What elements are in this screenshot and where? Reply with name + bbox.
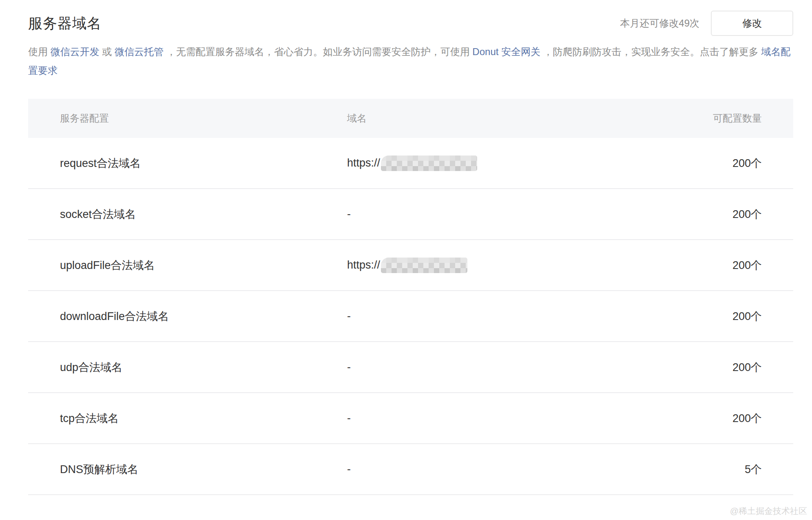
row-domain-text: -	[347, 463, 351, 476]
table-row: socket合法域名 - 200个	[28, 189, 793, 240]
description-link[interactable]: 微信云开发	[51, 46, 100, 57]
header-server-config: 服务器配置	[28, 112, 347, 125]
row-domain: -	[347, 310, 638, 322]
redacted-blur	[381, 156, 477, 171]
description-link[interactable]: 微信云托管	[115, 46, 164, 57]
row-count: 200个	[638, 156, 793, 171]
server-domain-page: 服务器域名 本月还可修改49次 修改 使用 微信云开发 或 微信云托管 ，无需配…	[0, 0, 812, 520]
description-text: ，防爬防刷防攻击，实现业务安全。点击了解更多	[540, 46, 761, 57]
row-domain-text: -	[347, 361, 351, 373]
row-domain: https://	[347, 156, 638, 171]
row-config: request合法域名	[28, 156, 347, 171]
row-domain-text: https://	[347, 157, 380, 169]
row-count: 200个	[638, 207, 793, 222]
row-config: tcp合法域名	[28, 411, 347, 426]
row-count: 200个	[638, 411, 793, 426]
row-domain: https://	[347, 258, 638, 273]
modify-button[interactable]: 修改	[711, 11, 793, 36]
table-header: 服务器配置 域名 可配置数量	[28, 99, 793, 138]
row-domain: -	[347, 412, 638, 424]
row-domain: -	[347, 361, 638, 373]
description-text: 使用	[28, 46, 51, 57]
row-count: 200个	[638, 258, 793, 273]
row-config: uploadFile合法域名	[28, 258, 347, 273]
table-row: downloadFile合法域名 - 200个	[28, 291, 793, 342]
row-config: downloadFile合法域名	[28, 309, 347, 324]
table-row: DNS预解析域名 - 5个	[28, 444, 793, 495]
row-domain-text: https://	[347, 259, 380, 271]
top-right-group: 本月还可修改49次 修改	[620, 11, 793, 36]
watermark: @稀土掘金技术社区	[730, 505, 807, 517]
row-domain: -	[347, 463, 638, 476]
table-row: tcp合法域名 - 200个	[28, 393, 793, 444]
header-quota: 可配置数量	[638, 112, 793, 125]
page-title: 服务器域名	[28, 14, 102, 33]
row-count: 200个	[638, 360, 793, 375]
row-count: 200个	[638, 309, 793, 324]
top-bar: 服务器域名 本月还可修改49次 修改	[28, 11, 793, 36]
row-count: 5个	[638, 462, 793, 477]
table-body: request合法域名 https:// 200个 socket合法域名 - 2…	[28, 138, 793, 495]
description-text: 或	[100, 46, 115, 57]
description-text: ，无需配置服务器域名，省心省力。如业务访问需要安全防护，可使用	[164, 46, 472, 57]
row-domain-text: -	[347, 208, 351, 220]
row-domain-text: -	[347, 412, 351, 424]
description-link[interactable]: Donut 安全网关	[472, 46, 540, 57]
row-config: DNS预解析域名	[28, 462, 347, 477]
table-row: uploadFile合法域名 https:// 200个	[28, 240, 793, 291]
description: 使用 微信云开发 或 微信云托管 ，无需配置服务器域名，省心省力。如业务访问需要…	[28, 42, 795, 80]
table-row: request合法域名 https:// 200个	[28, 138, 793, 189]
row-config: socket合法域名	[28, 207, 347, 222]
quota-remaining-text: 本月还可修改49次	[620, 17, 699, 30]
row-domain: -	[347, 208, 638, 220]
row-config: udp合法域名	[28, 360, 347, 375]
row-domain-text: -	[347, 310, 351, 322]
table-row: udp合法域名 - 200个	[28, 342, 793, 393]
redacted-blur	[381, 258, 467, 273]
header-domain: 域名	[347, 112, 638, 125]
domain-table: 服务器配置 域名 可配置数量 request合法域名 https:// 200个…	[28, 99, 793, 495]
